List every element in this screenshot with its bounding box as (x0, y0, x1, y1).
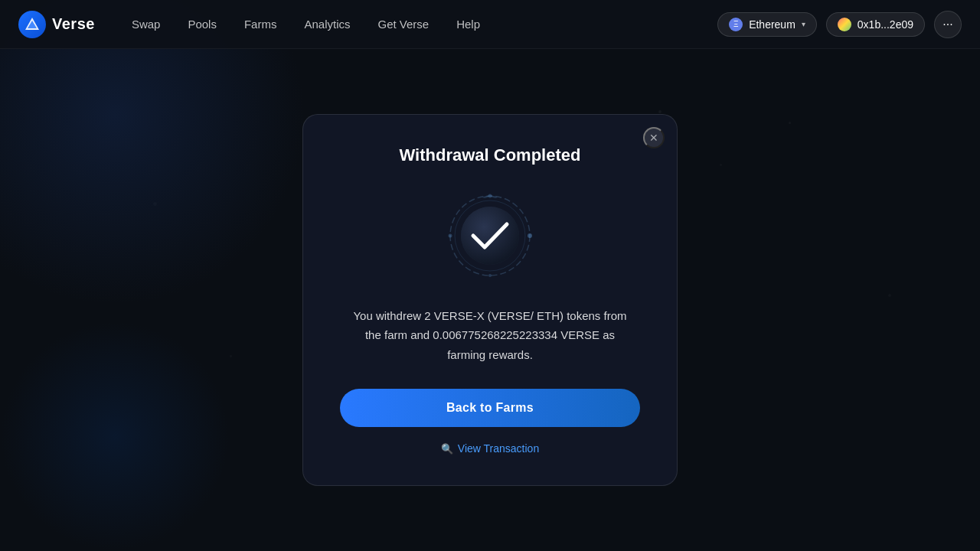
nav-analytics[interactable]: Analytics (292, 11, 362, 37)
network-name: Ethereum (749, 18, 795, 31)
nav-swap[interactable]: Swap (119, 11, 173, 37)
svg-point-7 (488, 274, 492, 277)
ethereum-icon: Ξ (729, 18, 743, 31)
particle (153, 202, 157, 206)
nav-farms[interactable]: Farms (232, 11, 289, 37)
withdrawal-modal: ✕ Withdrawal Completed (302, 114, 678, 487)
svg-point-9 (461, 207, 519, 265)
nav-right: Ξ Ethereum ▾ 0x1b...2e09 ··· (717, 11, 962, 38)
main-content: ✕ Withdrawal Completed (0, 49, 980, 551)
particle (720, 164, 722, 166)
logo-area[interactable]: Verse (18, 11, 95, 38)
close-icon: ✕ (649, 132, 658, 144)
particle (230, 355, 232, 357)
nav-help[interactable]: Help (444, 11, 492, 37)
verse-logo-icon (18, 11, 46, 38)
more-options-button[interactable]: ··· (934, 11, 962, 38)
network-selector[interactable]: Ξ Ethereum ▾ (717, 12, 817, 37)
view-transaction-label: View Transaction (458, 442, 539, 455)
nav-get-verse[interactable]: Get Verse (365, 11, 441, 37)
particle (658, 110, 662, 113)
view-transaction-link[interactable]: 🔍 View Transaction (441, 442, 539, 455)
ellipsis-icon: ··· (942, 18, 952, 31)
nav-links: Swap Pools Farms Analytics Get Verse Hel… (119, 11, 717, 37)
particle (888, 294, 891, 297)
particle (789, 122, 791, 124)
svg-point-4 (528, 233, 532, 238)
search-icon: 🔍 (441, 443, 453, 455)
wallet-address: 0x1b...2e09 (858, 18, 913, 31)
wallet-button[interactable]: 0x1b...2e09 (826, 12, 925, 37)
back-to-farms-button[interactable]: Back to Farms (340, 389, 640, 427)
modal-description: You withdrew 2 VERSE-X (VERSE/ ETH) toke… (345, 306, 635, 365)
close-button[interactable]: ✕ (643, 127, 665, 148)
svg-point-5 (449, 233, 452, 237)
chevron-down-icon: ▾ (802, 20, 805, 28)
wallet-avatar (838, 18, 851, 31)
modal-title: Withdrawal Completed (400, 145, 581, 165)
success-checkmark-icon (444, 190, 536, 282)
navbar: Verse Swap Pools Farms Analytics Get Ver… (0, 0, 980, 49)
brand-name: Verse (52, 15, 95, 33)
nav-pools[interactable]: Pools (175, 11, 229, 37)
